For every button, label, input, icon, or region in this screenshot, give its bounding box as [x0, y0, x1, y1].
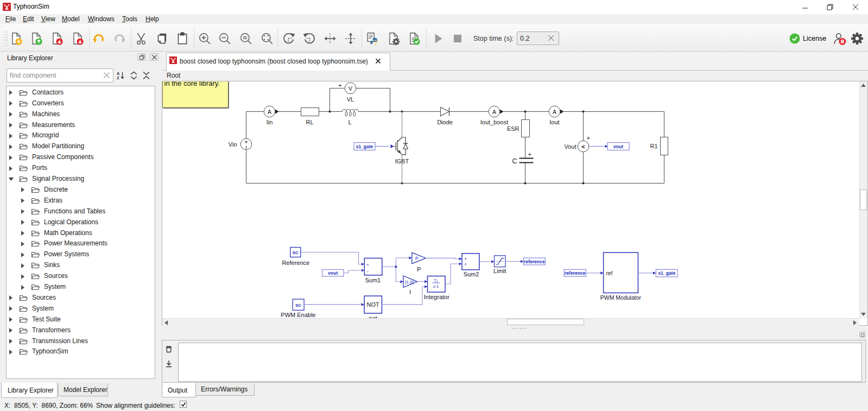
svg-text:SC: SC — [293, 250, 299, 255]
svg-text:+: + — [464, 262, 467, 267]
svg-text:Vout: Vout — [564, 143, 576, 150]
svg-text:[1.0]: [1.0] — [405, 280, 414, 284]
svg-text:V: V — [349, 85, 352, 92]
svg-text:ESR: ESR — [507, 125, 519, 132]
svg-text:VL: VL — [347, 96, 354, 103]
svg-text:s1_gate: s1_gate — [356, 144, 373, 149]
svg-text:+: + — [366, 262, 369, 268]
svg-text:-: - — [367, 268, 369, 274]
svg-text:P: P — [417, 266, 421, 273]
svg-text:NOT: NOT — [367, 301, 380, 308]
svg-text:P: P — [415, 256, 419, 261]
svg-text:not: not — [369, 315, 377, 319]
svg-text:SC: SC — [295, 303, 301, 308]
svg-text:L: L — [348, 119, 351, 125]
svg-text:A: A — [492, 109, 496, 115]
svg-text:Integrator: Integrator — [424, 294, 449, 300]
svg-text:ref: ref — [606, 270, 613, 276]
svg-text:Z: Z — [117, 75, 119, 80]
svg-text:vout: vout — [613, 144, 623, 149]
svg-text:vout: vout — [328, 270, 338, 276]
svg-text:PWM Enable: PWM Enable — [281, 312, 315, 318]
svg-text:Sum2: Sum2 — [464, 271, 479, 277]
svg-text:R1: R1 — [650, 143, 657, 149]
svg-text:I: I — [409, 289, 411, 295]
svg-text:+: + — [528, 151, 531, 157]
svg-text:Reference: Reference — [282, 260, 309, 266]
svg-text:Diode: Diode — [437, 119, 453, 125]
svg-text:IGBT: IGBT — [395, 158, 409, 165]
svg-text:C: C — [512, 157, 517, 165]
svg-text:RL: RL — [306, 119, 313, 125]
svg-text:+: + — [587, 135, 590, 141]
svg-text:reference: reference — [524, 259, 545, 264]
svg-text:+: + — [338, 82, 341, 88]
svg-text:s1_gate: s1_gate — [658, 270, 675, 276]
svg-text:<: < — [581, 143, 585, 150]
svg-text:Iin: Iin — [267, 119, 273, 125]
svg-text:z-1: z-1 — [433, 284, 439, 289]
svg-text:in the core library.: in the core library. — [164, 81, 220, 87]
svg-text:reference: reference — [565, 270, 586, 276]
svg-text:Iout: Iout — [549, 119, 559, 125]
svg-text:+: + — [245, 139, 248, 145]
svg-text:A: A — [553, 109, 556, 115]
svg-text:Iout_boost: Iout_boost — [480, 119, 508, 125]
svg-text:Limit: Limit — [493, 268, 506, 274]
svg-text:Sum1: Sum1 — [365, 277, 381, 283]
svg-text:Vin: Vin — [229, 141, 237, 148]
svg-text:A: A — [268, 109, 271, 115]
svg-text:PWM Modulator: PWM Modulator — [600, 294, 642, 301]
